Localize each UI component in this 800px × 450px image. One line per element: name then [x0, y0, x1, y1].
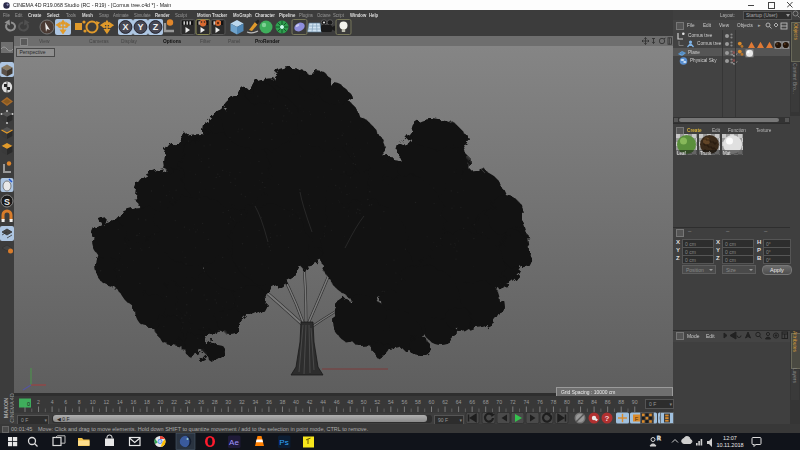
svg-text:38: 38 [280, 399, 286, 405]
svg-text:56: 56 [402, 399, 408, 405]
svg-text:28: 28 [212, 399, 218, 405]
svg-text:4: 4 [51, 399, 54, 405]
svg-text:26: 26 [198, 399, 204, 405]
svg-text:68: 68 [483, 399, 489, 405]
svg-text:78: 78 [551, 399, 557, 405]
svg-text:46: 46 [334, 399, 340, 405]
svg-text:60: 60 [429, 399, 435, 405]
svg-text:90: 90 [632, 399, 638, 405]
svg-text:22: 22 [171, 399, 177, 405]
svg-text:52: 52 [374, 399, 380, 405]
svg-text:2: 2 [37, 399, 40, 405]
svg-text:18: 18 [144, 399, 150, 405]
svg-text:86: 86 [605, 399, 611, 405]
svg-text:36: 36 [266, 399, 272, 405]
svg-text:F: F [635, 416, 639, 422]
svg-text:Ae: Ae [229, 438, 239, 447]
svg-text:10: 10 [90, 399, 96, 405]
svg-text:32: 32 [239, 399, 245, 405]
svg-text:24: 24 [185, 399, 191, 405]
svg-text:?: ? [605, 414, 610, 423]
svg-text:64: 64 [456, 399, 462, 405]
svg-text:74: 74 [523, 399, 529, 405]
svg-text:20: 20 [158, 399, 164, 405]
svg-text:40: 40 [293, 399, 299, 405]
svg-text:S: S [4, 197, 10, 207]
svg-text:66: 66 [469, 399, 475, 405]
svg-text:88: 88 [618, 399, 624, 405]
svg-text:54: 54 [388, 399, 394, 405]
svg-text:Ps: Ps [279, 438, 288, 447]
svg-text:X: X [122, 22, 128, 32]
svg-text:72: 72 [510, 399, 516, 405]
svg-text:R: R [657, 435, 661, 441]
svg-text:44: 44 [320, 399, 326, 405]
svg-text:12: 12 [103, 399, 109, 405]
svg-text:50: 50 [361, 399, 367, 405]
svg-text:80: 80 [564, 399, 570, 405]
svg-text:42: 42 [307, 399, 313, 405]
svg-text:58: 58 [415, 399, 421, 405]
svg-text:8: 8 [78, 399, 81, 405]
svg-text:0: 0 [27, 401, 30, 407]
svg-text:6: 6 [64, 399, 67, 405]
svg-text:34: 34 [252, 399, 258, 405]
svg-text:82: 82 [578, 399, 584, 405]
svg-text:30: 30 [225, 399, 231, 405]
svg-text:Z: Z [153, 22, 159, 32]
svg-text:84: 84 [591, 399, 597, 405]
svg-text:70: 70 [496, 399, 502, 405]
svg-text:76: 76 [537, 399, 543, 405]
svg-text:16: 16 [131, 399, 137, 405]
svg-text:Y: Y [137, 22, 143, 32]
svg-text:14: 14 [117, 399, 123, 405]
svg-text:48: 48 [347, 399, 353, 405]
svg-text:62: 62 [442, 399, 448, 405]
